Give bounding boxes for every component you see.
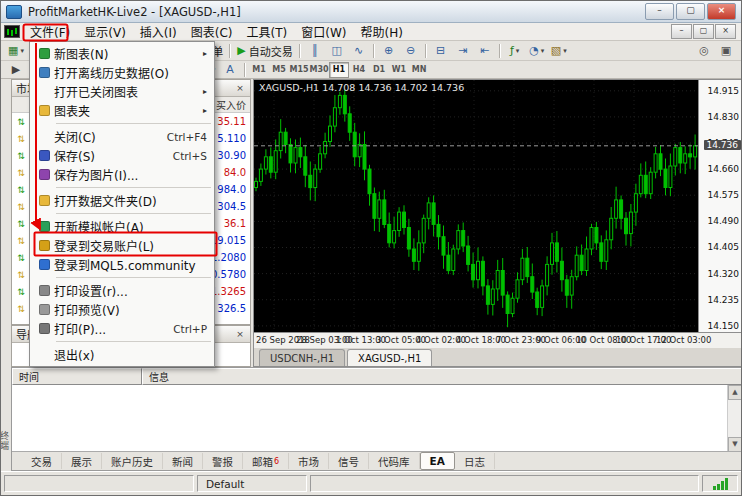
chart-tab[interactable]: USDCNH-,H1: [259, 349, 345, 366]
templates-icon[interactable]: ▧▾: [549, 42, 569, 60]
time-axis[interactable]: 26 Sep 201828 Sep 03:001 Oct 13:003 Oct …: [254, 332, 742, 348]
bar-chart-icon[interactable]: ║: [305, 42, 325, 60]
profiles-folder-icon: [34, 104, 54, 117]
connection-cell[interactable]: [702, 475, 738, 492]
new-chart-icon[interactable]: ▦▾: [6, 42, 26, 60]
cursor-icon: ▶: [12, 64, 20, 75]
data-folder-icon-glyph: [39, 195, 50, 206]
timeframe-m15-button[interactable]: M15: [289, 62, 309, 78]
terminal-tab-邮箱[interactable]: 邮箱6: [243, 453, 289, 469]
menubar-item-5[interactable]: 窗口(W): [294, 22, 353, 41]
file-menu-item[interactable]: 登录到交易账户(L): [30, 236, 214, 255]
candlestick-chart-icon: ◫: [331, 45, 341, 56]
maximize-button[interactable]: ▢: [676, 3, 705, 20]
terminal-tab-信号[interactable]: 信号: [329, 453, 369, 469]
submenu-arrow-icon: ▸: [203, 106, 207, 115]
chart-child-icon[interactable]: [4, 25, 20, 38]
timeframe-m5-button[interactable]: M5: [269, 62, 289, 78]
file-menu-item[interactable]: 退出(x): [30, 345, 214, 364]
file-menu-item[interactable]: 打开数据文件夹(D): [30, 191, 214, 210]
shortcut-label: Ctrl+F4: [167, 131, 207, 143]
chart-plot-area[interactable]: XAGUSD-,H1 14.708 14.736 14.702 14.736: [254, 80, 698, 332]
timeframe-h1-button[interactable]: H1: [329, 62, 349, 78]
autotrading-button[interactable]: ▶自动交易: [235, 42, 294, 60]
menubar-item-2[interactable]: 插入(I): [133, 22, 184, 41]
file-menu-item[interactable]: 打印设置(r)...: [30, 281, 214, 300]
file-menu-item-label: 图表夹: [54, 102, 195, 119]
menu-separator: [56, 213, 211, 214]
docs-icon[interactable]: ▣: [716, 42, 736, 60]
timeframe-h4-button[interactable]: H4: [349, 62, 369, 78]
price-axis[interactable]: 14.736 14.91514.83014.74514.66014.57514.…: [698, 80, 742, 332]
file-menu-item[interactable]: 新图表(N)▸: [30, 44, 214, 63]
terminal-scrollbar[interactable]: ▲ ▼: [727, 385, 742, 452]
timeframe-d1-button[interactable]: D1: [369, 62, 389, 78]
menubar-item-file[interactable]: 文件(F): [23, 22, 77, 41]
file-menu-item[interactable]: 打开离线历史数据(O): [30, 63, 214, 82]
title-bar[interactable]: ProfitMarketHK-Live2 - [XAGUSD-,H1] –▢×: [1, 1, 741, 23]
timeframe-mn-button[interactable]: MN: [409, 62, 429, 78]
file-menu-item[interactable]: 关闭(C)Ctrl+F4: [30, 127, 214, 146]
file-menu-item[interactable]: 保存为图片(I)...: [30, 165, 214, 184]
child-maximize-button[interactable]: ▢: [693, 24, 714, 39]
candlestick-chart-icon[interactable]: ◫: [327, 42, 347, 60]
file-menu-item[interactable]: 打印预览(V): [30, 300, 214, 319]
symbol-arrows-icon: ⇅: [12, 270, 30, 280]
scroll-down-icon[interactable]: ▼: [728, 437, 742, 452]
periods-icon[interactable]: ◔▾: [527, 42, 547, 60]
auto-scroll-icon[interactable]: ⇥: [453, 42, 473, 60]
price-tick: 14.915: [708, 86, 740, 96]
terminal-tab-日志[interactable]: 日志: [455, 453, 495, 469]
terminal-tab-账户历史[interactable]: 账户历史: [102, 453, 163, 469]
terminal-tab-代码库[interactable]: 代码库: [369, 453, 420, 469]
file-menu-item[interactable]: 打开已关闭图表▸: [30, 82, 214, 101]
chart-tab[interactable]: XAGUSD-,H1: [347, 349, 432, 366]
minimize-button[interactable]: –: [645, 3, 674, 20]
file-menu-item[interactable]: 保存(S)Ctrl+S: [30, 146, 214, 165]
menubar-item-4[interactable]: 工具(T): [240, 22, 295, 41]
scroll-up-icon[interactable]: ▲: [728, 385, 742, 400]
terminal-table-header: 时间 信息: [12, 368, 742, 385]
cursor-icon[interactable]: ▶: [6, 61, 26, 79]
terminal-tab-ea[interactable]: EA: [420, 452, 455, 470]
file-menu-item[interactable]: 登录到MQL5.community: [30, 255, 214, 274]
menubar-item-1[interactable]: 显示(V): [77, 22, 133, 41]
terminal-tab-市场[interactable]: 市场: [289, 453, 329, 469]
tile-windows-icon[interactable]: ⊟: [431, 42, 451, 60]
file-menu-item-label: 打印(P)...: [54, 320, 165, 337]
zoom-in-icon[interactable]: ⊕: [379, 42, 399, 60]
text-label-icon[interactable]: A: [220, 61, 240, 79]
terminal-tab-新闻[interactable]: 新闻: [163, 453, 203, 469]
terminal-tab-交易[interactable]: 交易: [22, 453, 62, 469]
indicators-icon[interactable]: ƒ▾: [505, 42, 525, 60]
status-hint-cell: [4, 475, 194, 492]
terminal-tab-展示[interactable]: 展示: [62, 453, 102, 469]
time-column-header[interactable]: 时间: [12, 368, 142, 385]
timeframe-m1-button[interactable]: M1: [249, 62, 269, 78]
timeframe-w1-button[interactable]: W1: [389, 62, 409, 78]
message-column-header[interactable]: 信息: [142, 368, 742, 385]
close-button[interactable]: ×: [707, 3, 736, 20]
terminal-log-body[interactable]: [12, 385, 728, 452]
symbol-arrows-icon: ⇅: [12, 287, 30, 297]
symbol-arrows-icon: ⇅: [12, 185, 30, 195]
line-chart-icon[interactable]: ∿: [349, 42, 369, 60]
close-icon[interactable]: ×: [234, 329, 246, 339]
child-minimize-button[interactable]: –: [671, 24, 692, 39]
menubar-item-6[interactable]: 帮助(H): [353, 22, 409, 41]
close-icon[interactable]: ×: [234, 83, 246, 93]
zoom-out-icon[interactable]: ⊖: [401, 42, 421, 60]
chart-shift-icon[interactable]: ⇤: [475, 42, 495, 60]
file-menu-item[interactable]: 图表夹▸: [30, 101, 214, 120]
file-menu-item[interactable]: 打印(P)...Ctrl+P: [30, 319, 214, 338]
menubar-item-3[interactable]: 图表(C): [184, 22, 240, 41]
candlestick-chart: [254, 80, 698, 332]
timeframe-m30-button[interactable]: M30: [309, 62, 329, 78]
terminal-vertical-tab[interactable]: 终端: [1, 415, 11, 467]
file-menu-item[interactable]: 开新模拟帐户(A): [30, 217, 214, 236]
demo-account-icon: [34, 220, 54, 233]
zoom-tool-icon[interactable]: ◎: [694, 42, 714, 60]
terminal-tab-警报[interactable]: 警报: [203, 453, 243, 469]
child-close-button[interactable]: ×: [715, 24, 736, 39]
profile-cell[interactable]: Default: [197, 475, 307, 492]
